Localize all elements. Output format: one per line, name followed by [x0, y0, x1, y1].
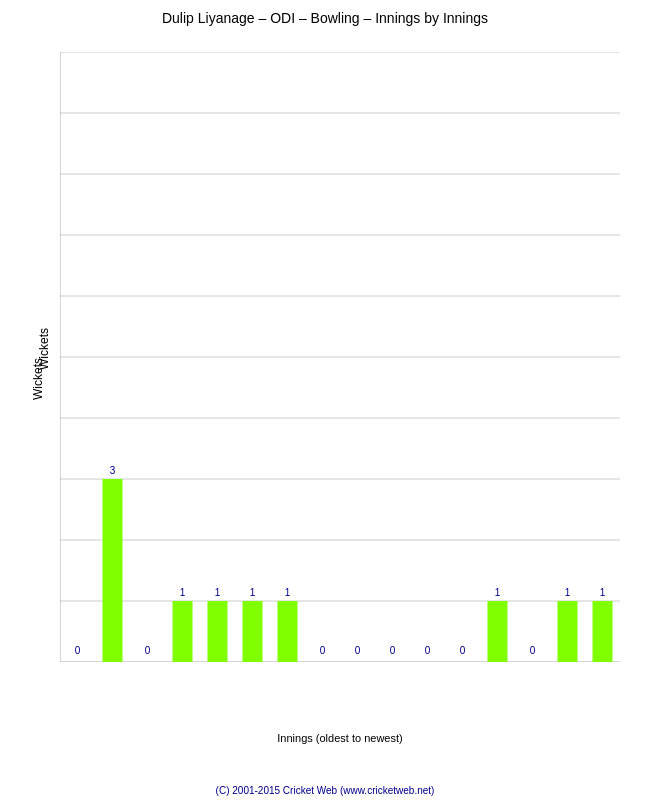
- svg-text:0: 0: [145, 645, 151, 656]
- svg-text:0: 0: [530, 645, 536, 656]
- svg-rect-50: [558, 601, 578, 662]
- svg-rect-32: [243, 601, 263, 662]
- svg-rect-24: [103, 479, 123, 662]
- svg-text:0: 0: [390, 645, 396, 656]
- svg-text:1: 1: [250, 587, 256, 598]
- chart-container: Dulip Liyanage – ODI – Bowling – Innings…: [0, 0, 650, 800]
- svg-text:1: 1: [495, 587, 501, 598]
- svg-rect-34: [278, 601, 298, 662]
- svg-text:0: 0: [460, 645, 466, 656]
- svg-rect-30: [208, 601, 228, 662]
- svg-text:0: 0: [320, 645, 326, 656]
- svg-text:1: 1: [600, 587, 606, 598]
- y-axis-label-text: Wickets: [37, 328, 51, 370]
- svg-text:1: 1: [565, 587, 571, 598]
- chart-title: Dulip Liyanage – ODI – Bowling – Innings…: [162, 10, 488, 26]
- x-axis-title: Innings (oldest to newest): [60, 732, 620, 744]
- svg-text:0: 0: [425, 645, 431, 656]
- svg-text:1: 1: [285, 587, 291, 598]
- svg-text:0: 0: [75, 645, 81, 656]
- svg-text:3: 3: [110, 465, 116, 476]
- svg-text:1: 1: [215, 587, 221, 598]
- svg-text:0: 0: [355, 645, 361, 656]
- chart-svg: 10 9 8 7 6 5 4 3 2 1: [60, 52, 620, 662]
- svg-rect-52: [593, 601, 613, 662]
- svg-text:1: 1: [180, 587, 186, 598]
- footer: (C) 2001-2015 Cricket Web (www.cricketwe…: [0, 785, 650, 796]
- svg-rect-46: [488, 601, 508, 662]
- svg-rect-28: [173, 601, 193, 662]
